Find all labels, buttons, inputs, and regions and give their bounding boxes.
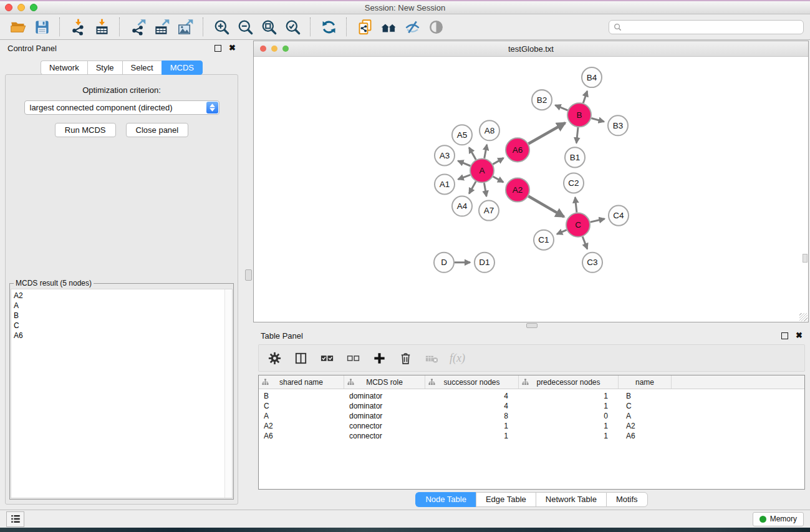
graph-node-A4[interactable]: A4: [452, 196, 472, 216]
tab-mcds[interactable]: MCDS: [162, 60, 203, 75]
zoom-fit-button[interactable]: [257, 16, 281, 37]
resize-grip-icon[interactable]: [799, 313, 808, 321]
add-row-button[interactable]: [371, 350, 387, 366]
graph-node-A6[interactable]: A6: [506, 138, 529, 162]
graph-node-C2[interactable]: C2: [564, 173, 584, 193]
edge-C-C1[interactable]: [557, 230, 567, 235]
column-header-name[interactable]: name: [619, 375, 672, 389]
edge-C-C3[interactable]: [582, 236, 587, 249]
graph-node-B1[interactable]: B1: [565, 147, 585, 167]
zoom-network-button[interactable]: [282, 46, 289, 52]
close-panel-icon[interactable]: ✖: [796, 332, 803, 339]
frame-edge-grip[interactable]: [803, 254, 808, 263]
edge-A-A5[interactable]: [469, 147, 476, 160]
show-graphics-button[interactable]: [424, 16, 448, 37]
edge-C-C4[interactable]: [591, 219, 605, 222]
edge-B-B1[interactable]: [576, 127, 578, 143]
graph-node-D[interactable]: D: [434, 253, 454, 273]
result-item[interactable]: C: [14, 321, 232, 331]
result-item[interactable]: A2: [14, 291, 232, 301]
create-column-button[interactable]: [292, 350, 309, 366]
graph-node-A8[interactable]: A8: [480, 120, 499, 140]
open-file-button[interactable]: [6, 16, 30, 37]
column-header-shared-name[interactable]: shared name: [259, 375, 344, 389]
hide-graphics-button[interactable]: [400, 16, 424, 37]
edge-A-A7[interactable]: [484, 183, 486, 196]
edge-A6-B[interactable]: [528, 123, 565, 143]
graph-node-D1[interactable]: D1: [475, 253, 494, 273]
table-settings-button[interactable]: [266, 350, 282, 366]
table-row[interactable]: Cdominator41C: [259, 401, 804, 411]
edge-A-A4[interactable]: [469, 181, 476, 194]
tab-network-table[interactable]: Network Table: [536, 492, 606, 507]
graph-node-C1[interactable]: C1: [534, 230, 554, 250]
split-grip[interactable]: [245, 269, 252, 281]
select-all-button[interactable]: [319, 350, 335, 366]
refresh-button[interactable]: [317, 16, 340, 37]
table-row[interactable]: Adominator80A: [259, 411, 804, 421]
table-row[interactable]: A6connector11A6: [259, 431, 804, 441]
copy-network-button[interactable]: [353, 16, 377, 37]
edge-B-B4[interactable]: [583, 91, 587, 103]
export-network-button[interactable]: [126, 16, 150, 37]
zoom-in-button[interactable]: [210, 16, 233, 37]
minimize-window-button[interactable]: [17, 4, 25, 11]
run-mcds-button[interactable]: Run MCDS: [55, 123, 116, 137]
tab-motifs[interactable]: Motifs: [606, 492, 648, 507]
zoom-out-button[interactable]: [233, 16, 257, 37]
function-builder-button[interactable]: f(x): [450, 352, 465, 365]
import-network-button[interactable]: [66, 16, 90, 37]
delete-row-button[interactable]: [397, 350, 413, 366]
result-scrollbar[interactable]: [224, 289, 232, 498]
float-panel-icon[interactable]: [781, 332, 788, 339]
edge-A-A1[interactable]: [458, 175, 471, 179]
graph-node-A3[interactable]: A3: [435, 145, 455, 165]
network-canvas[interactable]: AA6A2BCA1A3A4A5A7A8B1B2B3B4C1C2C3C4DD1: [254, 57, 808, 322]
edge-C-C2[interactable]: [575, 197, 577, 212]
graph-node-A[interactable]: A: [470, 158, 494, 182]
edge-A-A8[interactable]: [485, 145, 487, 158]
graph-node-B2[interactable]: B2: [532, 90, 552, 110]
table-row[interactable]: A2connector11A2: [259, 421, 804, 431]
edge-B-B2[interactable]: [555, 105, 567, 110]
close-panel-button[interactable]: Close panel: [126, 123, 189, 137]
graph-node-B4[interactable]: B4: [582, 67, 602, 87]
graph-node-C3[interactable]: C3: [582, 253, 602, 273]
zoom-selected-button[interactable]: [281, 16, 304, 37]
result-item[interactable]: B: [14, 311, 232, 321]
edge-A-A3[interactable]: [458, 161, 470, 166]
edge-A2-C[interactable]: [528, 196, 564, 217]
edge-A-A2[interactable]: [493, 177, 504, 182]
float-panel-icon[interactable]: [215, 45, 221, 52]
close-network-button[interactable]: [260, 46, 266, 52]
memory-button[interactable]: Memory: [753, 512, 804, 526]
graph-node-A2[interactable]: A2: [506, 178, 529, 201]
tab-select[interactable]: Select: [122, 60, 162, 75]
result-item[interactable]: A: [14, 301, 232, 311]
criterion-select[interactable]: largest connected component (directed): [24, 100, 219, 115]
save-session-button[interactable]: [30, 16, 54, 37]
horizontal-split-divider[interactable]: [253, 322, 810, 327]
edge-B-B3[interactable]: [591, 118, 604, 122]
edge-A-A6[interactable]: [493, 158, 503, 164]
column-header-successor-nodes[interactable]: successor nodes: [425, 375, 519, 389]
vertical-split-divider[interactable]: [243, 40, 253, 510]
tab-style[interactable]: Style: [87, 60, 122, 75]
column-header-MCDS-role[interactable]: MCDS role: [344, 375, 425, 389]
home-button[interactable]: [377, 16, 400, 37]
result-item[interactable]: A6: [14, 331, 232, 341]
import-table-button[interactable]: [90, 16, 113, 37]
graph-node-B[interactable]: B: [567, 103, 591, 127]
export-table-button[interactable]: [150, 16, 173, 37]
tab-network[interactable]: Network: [41, 60, 87, 75]
deselect-all-button[interactable]: [345, 350, 361, 366]
graph-node-A7[interactable]: A7: [479, 201, 499, 221]
table-row[interactable]: Bdominator41B: [259, 391, 804, 401]
graph-node-A5[interactable]: A5: [452, 125, 472, 145]
split-grip[interactable]: [526, 323, 538, 328]
tab-edge-table[interactable]: Edge Table: [476, 492, 536, 507]
tab-node-table[interactable]: Node Table: [415, 492, 476, 507]
zoom-window-button[interactable]: [30, 4, 37, 11]
minimize-network-button[interactable]: [271, 46, 277, 52]
task-history-button[interactable]: [6, 511, 24, 527]
